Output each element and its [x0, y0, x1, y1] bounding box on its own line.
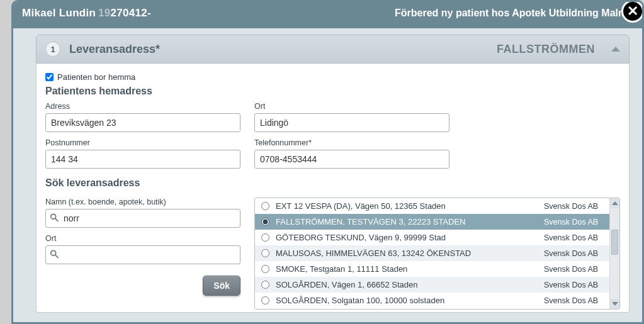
modal-header: Mikael Lundin 19270412- Förbered ny pati…	[13, 2, 642, 28]
search-button[interactable]: Sök	[203, 276, 240, 296]
close-button[interactable]: ✕	[621, 0, 644, 23]
result-supplier: Svensk Dos AB	[544, 249, 604, 258]
result-row[interactable]: MALUSOAS, HIMMELVÄGEN 63, 13242 ÖKENSTAD…	[255, 245, 609, 261]
chevron-down-icon	[612, 302, 618, 306]
patient-pnr-rest: 270412-	[110, 7, 151, 19]
result-radio[interactable]	[261, 218, 269, 226]
result-row[interactable]: EXT 12 VESPA (DA), Vägen 50, 12365 Stade…	[255, 198, 609, 214]
accordion-header[interactable]: 1 Leveransadress* FALLSTRÖMMEN	[36, 35, 630, 64]
result-supplier: Svensk Dos AB	[544, 265, 604, 274]
accordion-panel: Patienten bor hemma Patientens hemadress…	[36, 64, 630, 313]
search-ort-label: Ort	[45, 234, 240, 243]
result-supplier: Svensk Dos AB	[544, 202, 604, 211]
step-title: Leveransadress*	[69, 43, 160, 56]
svg-point-0	[51, 214, 56, 219]
postnummer-input[interactable]	[45, 150, 240, 169]
telefon-input[interactable]	[254, 150, 449, 169]
patient-pnr-prefix: 19	[98, 7, 111, 19]
chevron-up-icon	[611, 47, 620, 52]
svg-line-3	[55, 255, 58, 258]
result-address: EXT 12 VESPA (DA), Vägen 50, 12365 Stade…	[276, 201, 538, 211]
adress-label: Adress	[45, 102, 240, 111]
telefon-label: Telefonnummer*	[254, 138, 449, 147]
ort-input[interactable]	[254, 113, 449, 132]
result-radio[interactable]	[261, 202, 269, 210]
result-row[interactable]: SMOKE, Testgatan 1, 11111 StadenSvensk D…	[255, 261, 609, 277]
result-radio[interactable]	[261, 281, 269, 289]
search-icon	[50, 213, 59, 224]
result-radio[interactable]	[261, 296, 269, 304]
result-radio[interactable]	[261, 265, 269, 273]
patient-name: Mikael Lundin	[22, 7, 96, 19]
search-ort-input[interactable]	[45, 245, 240, 264]
modal-dialog: ✕ Mikael Lundin 19270412- Förbered ny pa…	[11, 0, 644, 324]
adress-input[interactable]	[45, 113, 240, 132]
search-name-label: Namn (t.ex. boende, apotek, butik)	[45, 198, 240, 206]
chevron-up-icon	[612, 201, 618, 205]
result-row[interactable]: GÖTEBORG TESKUND, Vägen 9, 99999 StadSve…	[255, 230, 609, 245]
scroll-up-button[interactable]	[610, 198, 619, 208]
patient-lives-home-checkbox[interactable]	[45, 73, 54, 81]
scroll-down-button[interactable]	[610, 299, 619, 309]
home-address-heading: Patientens hemadress	[45, 86, 620, 97]
step-selected-value: FALLSTRÖMMEN	[497, 43, 595, 56]
modal-subtitle: Förbered ny patient hos Apotek Utbildnin…	[395, 8, 633, 19]
results-list: EXT 12 VESPA (DA), Vägen 50, 12365 Stade…	[254, 198, 620, 310]
svg-line-1	[55, 219, 58, 221]
result-row[interactable]: SOLGÅRDEN, Vägen 1, 66652 StadenSvensk D…	[255, 277, 609, 293]
search-heading: Sök leveransadress	[45, 177, 620, 189]
result-address: SOLGÅRDEN, Vägen 1, 66652 Staden	[276, 280, 538, 289]
postnummer-label: Postnummer	[45, 138, 240, 147]
step-number: 1	[45, 42, 60, 57]
scroll-thumb[interactable]	[611, 230, 618, 255]
result-radio[interactable]	[261, 233, 269, 242]
result-address: MALUSOAS, HIMMELVÄGEN 63, 13242 ÖKENSTAD	[276, 249, 538, 258]
close-icon: ✕	[627, 3, 638, 20]
search-icon	[50, 250, 59, 260]
result-address: FALLSTRÖMMEN, TESTVÄGEN 3, 22223 STADEN	[276, 217, 538, 226]
ort-label: Ort	[254, 102, 449, 111]
result-radio[interactable]	[261, 249, 269, 257]
scrollbar[interactable]	[609, 198, 619, 309]
result-address: SMOKE, Testgatan 1, 11111 Staden	[276, 264, 538, 274]
result-row[interactable]: SOLGÅRDEN, Solgatan 100, 10000 solstaden…	[255, 293, 609, 308]
search-name-input[interactable]	[45, 209, 240, 228]
result-row[interactable]: FALLSTRÖMMEN, TESTVÄGEN 3, 22223 STADENS…	[255, 214, 609, 230]
result-address: GÖTEBORG TESKUND, Vägen 9, 99999 Stad	[276, 233, 538, 242]
result-supplier: Svensk Dos AB	[544, 296, 604, 305]
patient-lives-home-checkbox-row[interactable]: Patienten bor hemma	[45, 72, 620, 82]
svg-point-2	[51, 250, 56, 255]
result-supplier: Svensk Dos AB	[544, 218, 604, 226]
patient-lives-home-label: Patienten bor hemma	[57, 72, 135, 82]
result-supplier: Svensk Dos AB	[544, 233, 604, 242]
result-supplier: Svensk Dos AB	[544, 281, 604, 289]
result-address: SOLGÅRDEN, Solgatan 100, 10000 solstaden	[276, 296, 538, 305]
